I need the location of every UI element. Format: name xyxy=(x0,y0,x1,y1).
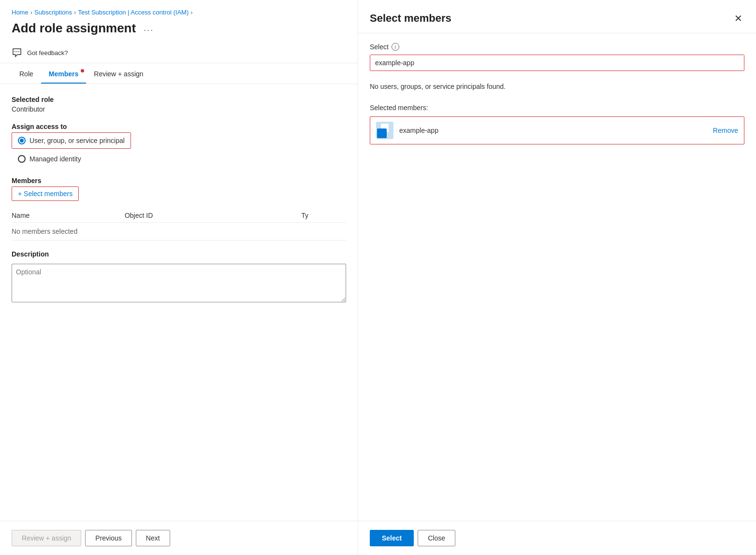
breadcrumb: Home › Subscriptions › Test Subscription… xyxy=(0,0,358,19)
svg-point-1 xyxy=(15,51,15,52)
tab-role[interactable]: Role xyxy=(12,63,41,84)
tabs-row: Role Members Review + assign xyxy=(0,63,358,84)
select-label-row: Select i xyxy=(370,43,744,51)
drawer-header: Select members ✕ xyxy=(358,0,756,33)
info-icon[interactable]: i xyxy=(392,43,399,51)
tab-members[interactable]: Members xyxy=(41,63,86,84)
members-label: Members xyxy=(12,177,346,185)
breadcrumb-iam[interactable]: Test Subscription | Access control (IAM) xyxy=(78,9,189,16)
drawer-footer: Select Close xyxy=(358,521,756,555)
member-icon xyxy=(376,122,393,139)
left-panel: Home › Subscriptions › Test Subscription… xyxy=(0,0,358,555)
drawer-select-button[interactable]: Select xyxy=(370,530,414,546)
page-title: Add role assignment xyxy=(12,21,136,36)
radio-group: User, group, or service principal Manage… xyxy=(12,132,346,167)
tab-review[interactable]: Review + assign xyxy=(86,63,151,84)
feedback-label: Got feedback? xyxy=(27,49,68,57)
selected-member-card: example-app Remove xyxy=(370,116,744,144)
breadcrumb-subscriptions[interactable]: Subscriptions xyxy=(34,9,72,16)
description-section: Description xyxy=(12,250,346,304)
feedback-icon xyxy=(12,47,22,58)
description-label: Description xyxy=(12,250,346,258)
remove-member-link[interactable]: Remove xyxy=(713,127,738,134)
select-members-drawer: Select members ✕ Select i example-app No… xyxy=(358,0,756,555)
search-input-wrapper: example-app xyxy=(370,55,744,71)
radio-managed-identity[interactable]: Managed identity xyxy=(12,151,87,167)
svg-point-2 xyxy=(18,51,19,52)
no-results-message: No users, groups, or service principals … xyxy=(370,79,744,94)
review-assign-button[interactable]: Review + assign xyxy=(12,530,81,546)
selected-role-value: Contributor xyxy=(12,105,346,113)
page-title-row: Add role assignment ... xyxy=(0,19,358,43)
col-object-id: Object ID xyxy=(125,209,301,223)
selected-role-label: Selected role xyxy=(12,96,346,103)
search-value: example-app xyxy=(370,55,428,71)
radio-user-group[interactable]: User, group, or service principal xyxy=(12,132,131,149)
col-name: Name xyxy=(12,209,125,223)
members-dot xyxy=(81,69,84,72)
assign-access-label: Assign access to xyxy=(12,123,346,130)
select-members-button[interactable]: + Select members xyxy=(12,186,79,201)
svg-point-0 xyxy=(16,51,17,52)
next-button[interactable]: Next xyxy=(136,530,170,546)
form-area: Selected role Contributor Assign access … xyxy=(0,84,358,521)
selected-members-label: Selected members: xyxy=(370,104,744,112)
table-row: No members selected xyxy=(12,223,346,241)
select-label: Select xyxy=(370,43,389,51)
member-name: example-app xyxy=(399,127,707,134)
drawer-close-button[interactable]: Close xyxy=(418,530,455,546)
feedback-bar: Got feedback? xyxy=(0,43,358,63)
member-icon-inner xyxy=(377,128,387,138)
bottom-bar: Review + assign Previous Next xyxy=(0,521,358,555)
radio-managed-identity-input[interactable] xyxy=(18,155,26,163)
description-textarea[interactable] xyxy=(12,264,346,302)
breadcrumb-home[interactable]: Home xyxy=(12,9,29,16)
previous-button[interactable]: Previous xyxy=(85,530,131,546)
drawer-title: Select members xyxy=(370,12,451,25)
no-members-cell: No members selected xyxy=(12,223,346,241)
drawer-body: Select i example-app No users, groups, o… xyxy=(358,33,756,521)
search-input[interactable] xyxy=(428,55,744,71)
radio-user-group-label: User, group, or service principal xyxy=(29,137,125,144)
radio-user-group-input[interactable] xyxy=(18,137,26,144)
members-table: Name Object ID Ty No members selected xyxy=(12,209,346,241)
close-drawer-button[interactable]: ✕ xyxy=(732,12,744,25)
col-type: Ty xyxy=(301,209,346,223)
members-section: Members + Select members Name Object ID … xyxy=(12,177,346,241)
ellipsis-button[interactable]: ... xyxy=(141,22,157,34)
radio-managed-identity-label: Managed identity xyxy=(29,155,81,163)
